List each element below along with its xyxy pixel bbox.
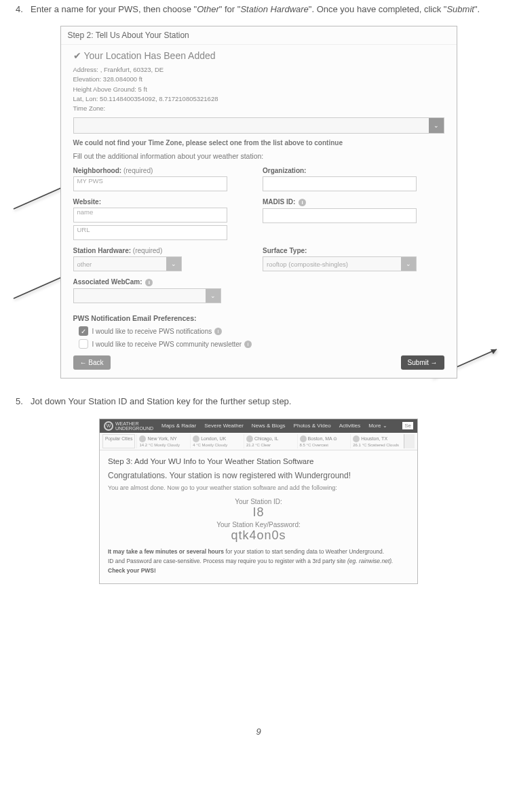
city-london[interactable]: London, UK4 °C Mostly Cloudy bbox=[190, 434, 242, 448]
wu-logo-icon: W bbox=[104, 421, 113, 431]
weather-icon bbox=[193, 436, 199, 442]
hardware-label: Station Hardware: (required) bbox=[73, 247, 255, 254]
surface-select[interactable]: rooftop (composite-shingles) ⌄ bbox=[263, 256, 417, 271]
search-icon[interactable] bbox=[404, 434, 415, 448]
info-icon[interactable]: i bbox=[299, 199, 306, 206]
dialog-title: Step 2: Tell Us About Your Station bbox=[61, 26, 457, 45]
website-name-input[interactable]: name bbox=[73, 208, 227, 223]
step5-text: Jot down Your Station ID and Station key… bbox=[31, 396, 291, 406]
nav-news[interactable]: News & Blogs bbox=[252, 423, 286, 429]
svg-marker-5 bbox=[491, 349, 497, 354]
submit-button[interactable]: Submit → bbox=[401, 355, 444, 370]
elevation-line: Elevation: 328.084000 ft bbox=[73, 75, 444, 84]
website-url-input[interactable]: URL bbox=[73, 225, 227, 240]
form-intro: Fill out the additional information abou… bbox=[73, 152, 444, 160]
city-houston[interactable]: Houston, TX26.1 °C Scattered Clouds bbox=[350, 434, 402, 448]
checkbox-checked-icon: ✓ bbox=[79, 326, 88, 336]
check-pws-link[interactable]: Check your PWS! bbox=[108, 567, 409, 574]
info-icon[interactable]: i bbox=[214, 328, 222, 335]
hardware-select[interactable]: other ⌄ bbox=[73, 256, 183, 271]
nav-more[interactable]: More ⌄ bbox=[368, 423, 387, 429]
step4-text: Enter a name for your PWS, then choose "… bbox=[31, 4, 480, 14]
organization-label: Organization: bbox=[263, 167, 444, 174]
surface-label: Surface Type: bbox=[263, 247, 444, 254]
popular-label: Popular Cities bbox=[102, 434, 135, 448]
step-number: 4. bbox=[16, 3, 23, 16]
madis-label: MADIS ID: i bbox=[263, 198, 444, 206]
station-id-label: Your Station ID: bbox=[108, 498, 409, 505]
prefs-heading: PWS Notification Email Preferences: bbox=[73, 314, 444, 322]
city-chicago[interactable]: Chicago, IL21.2 °C Clear bbox=[244, 434, 296, 448]
fineprint-1: It may take a few minutes or several hou… bbox=[108, 548, 409, 555]
location-details: Address: , Frankfurt, 60323, DE Elevatio… bbox=[73, 65, 444, 113]
location-added-heading: ✔Your Location Has Been Added bbox=[73, 50, 444, 61]
height-line: Height Above Ground: 5 ft bbox=[73, 85, 444, 94]
station-key-label: Your Station Key/Password: bbox=[108, 521, 409, 528]
timezone-warning: We could not find your Time Zone, please… bbox=[73, 139, 444, 147]
page-number: 9 bbox=[14, 727, 503, 737]
madis-input[interactable] bbox=[263, 208, 417, 223]
search-stub[interactable]: Se bbox=[402, 422, 413, 429]
fineprint-2: ID and Password are case-sensitive. Proc… bbox=[108, 558, 409, 564]
congrats-text: Congratulations. Your station is now reg… bbox=[108, 471, 409, 480]
weather-icon bbox=[246, 436, 253, 442]
pref-notifications-row[interactable]: ✓ I would like to receive PWS notificati… bbox=[79, 326, 444, 336]
screenshot2-wrapper: W WEATHERUNDERGROUND Maps & Radar Severe… bbox=[99, 419, 418, 584]
latlon-line: Lat, Lon: 50.1148400354092, 8.7172108053… bbox=[73, 94, 444, 104]
back-button[interactable]: ← Back bbox=[73, 355, 111, 370]
pref-newsletter-row[interactable]: I would like to receive PWS community ne… bbox=[79, 339, 444, 349]
nav-severe[interactable]: Severe Weather bbox=[204, 423, 244, 429]
wu-navbar: W WEATHERUNDERGROUND Maps & Radar Severe… bbox=[100, 419, 417, 433]
chevron-down-icon: ⌄ bbox=[401, 257, 416, 271]
wu-logo[interactable]: W WEATHERUNDERGROUND bbox=[104, 421, 153, 431]
popular-cities-bar: Popular Cities New York, NY14.2 °C Mostl… bbox=[100, 433, 417, 450]
neighborhood-input[interactable]: MY PWS bbox=[73, 176, 227, 191]
info-icon[interactable]: i bbox=[244, 341, 252, 348]
neighborhood-label: Neighborhood: (required) bbox=[73, 167, 255, 174]
station-id-value: I8 bbox=[108, 505, 409, 520]
timezone-select[interactable]: ⌄ bbox=[73, 117, 444, 134]
organization-input[interactable] bbox=[263, 176, 417, 191]
timezone-label: Time Zone: bbox=[73, 104, 444, 113]
chevron-down-icon: ⌄ bbox=[166, 257, 181, 271]
nav-maps[interactable]: Maps & Radar bbox=[161, 423, 196, 429]
address-line: Address: , Frankfurt, 60323, DE bbox=[73, 65, 444, 75]
step3-heading: Step 3: Add Your WU Info to Your Weather… bbox=[108, 457, 409, 465]
webcam-select[interactable]: ⌄ bbox=[73, 288, 222, 303]
weather-icon bbox=[139, 436, 146, 442]
weather-icon bbox=[353, 436, 360, 442]
city-ny[interactable]: New York, NY14.2 °C Mostly Cloudy bbox=[136, 434, 189, 448]
checkbox-unchecked-icon bbox=[79, 339, 88, 349]
chevron-down-icon: ⌄ bbox=[206, 289, 221, 303]
info-icon[interactable]: i bbox=[145, 279, 153, 286]
chevron-down-icon: ⌄ bbox=[429, 118, 444, 133]
screenshot1-wrapper: Step 2: Tell Us About Your Station ✔Your… bbox=[14, 26, 503, 379]
website-label: Website: bbox=[73, 198, 255, 206]
webcam-label: Associated WebCam: i bbox=[73, 278, 444, 286]
nav-photos[interactable]: Photos & Video bbox=[294, 423, 331, 429]
wu-registration-complete: W WEATHERUNDERGROUND Maps & Radar Severe… bbox=[99, 419, 418, 584]
weather-icon bbox=[300, 436, 307, 442]
station-key-value: qtk4on0s bbox=[108, 528, 409, 543]
nav-activities[interactable]: Activities bbox=[339, 423, 361, 429]
credentials-block: Your Station ID: I8 Your Station Key/Pas… bbox=[108, 498, 409, 543]
almost-done-text: You are almost done. Now go to your weat… bbox=[108, 484, 409, 491]
instruction-step-5: 5. Jot down Your Station ID and Station … bbox=[14, 395, 503, 408]
check-icon: ✔ bbox=[73, 50, 81, 61]
instruction-step-4: 4. Enter a name for your PWS, then choos… bbox=[14, 3, 503, 16]
step-number: 5. bbox=[16, 395, 23, 408]
city-boston[interactable]: Boston, MA ⊙8.5 °C Overcast bbox=[297, 434, 349, 448]
station-setup-dialog: Step 2: Tell Us About Your Station ✔Your… bbox=[60, 26, 457, 379]
